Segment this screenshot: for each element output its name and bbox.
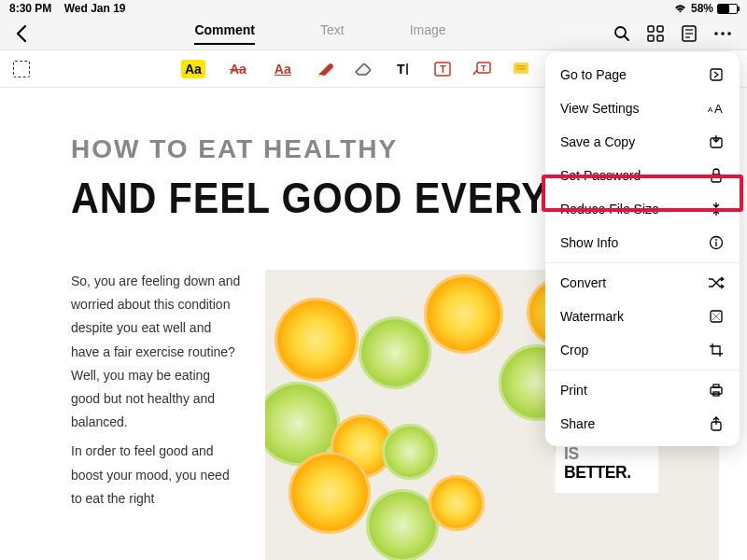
svg-rect-4 [648,35,654,41]
underline-tool[interactable]: Aa [271,60,295,78]
document-text-column: So, you are feeling down and worried abo… [71,270,243,560]
svg-text:A: A [714,102,723,115]
svg-text:T: T [440,63,446,75]
strikethrough-tool[interactable]: Aa [226,60,250,78]
more-options-menu: Go to Page View Settings AA Save a Copy … [545,52,740,446]
svg-text:T: T [481,63,486,73]
status-right: 58% [673,2,738,15]
menu-label: Reduce File Size [560,202,659,217]
status-time: 8:30 PM [9,2,51,15]
svg-rect-29 [712,175,721,182]
menu-set-password[interactable]: Set Password [545,159,740,192]
shuffle-icon [708,274,725,291]
menu-label: Share [560,416,595,431]
status-date: Wed Jan 19 [64,2,126,15]
svg-rect-36 [713,385,719,387]
tab-comment[interactable]: Comment [194,22,255,45]
back-button[interactable] [15,24,28,43]
info-icon [708,234,725,251]
highlight-tool[interactable]: Aa [181,60,205,78]
svg-rect-35 [711,387,722,394]
tab-image[interactable]: Image [410,22,446,45]
eraser-tool[interactable] [355,60,374,78]
document-paragraph-1: So, you are feeling down and worried abo… [71,270,243,434]
page-view-icon[interactable] [680,24,698,43]
battery-icon [717,4,738,14]
compress-icon [708,201,725,217]
svg-point-12 [727,32,731,35]
print-icon [708,382,725,399]
note-tool[interactable] [512,60,530,78]
menu-label: Watermark [560,309,624,324]
menu-reduce-file-size[interactable]: Reduce File Size [545,192,740,226]
marker-tool[interactable] [316,60,334,78]
document-paragraph-2: In order to feel good and boost your moo… [71,440,243,511]
menu-convert[interactable]: Convert [545,266,740,300]
menu-label: Show Info [560,235,618,250]
menu-label: Crop [560,343,588,357]
svg-point-10 [714,32,718,35]
menu-label: Set Password [560,168,641,183]
header-actions [613,24,732,43]
svg-line-1 [625,36,628,40]
svg-point-0 [615,27,626,37]
text-size-icon: AA [708,100,725,117]
grid-view-icon[interactable] [646,24,665,43]
menu-label: Go to Page [560,67,627,82]
menu-label: Save a Copy [560,134,635,149]
wifi-icon [673,4,687,14]
tab-text[interactable]: Text [320,22,345,45]
battery-pct: 58% [691,2,713,15]
menu-share[interactable]: Share [545,407,740,441]
header-tabs: Comment Text Image [28,22,613,45]
svg-rect-19 [514,63,529,74]
svg-rect-3 [657,26,663,32]
menu-divider [545,370,740,371]
more-options-icon[interactable] [713,24,732,43]
status-bar: 8:30 PM Wed Jan 19 58% [0,0,747,17]
watermark-icon [708,308,725,325]
menu-divider [545,262,740,263]
share-icon [708,415,725,432]
goto-icon [708,66,725,83]
svg-rect-2 [648,26,654,32]
text-box-tool[interactable]: T [433,60,452,78]
header-bar: Comment Text Image [0,17,747,50]
svg-point-32 [715,239,717,241]
menu-label: View Settings [560,101,640,116]
text-tool[interactable]: T [394,60,413,78]
menu-label: Convert [560,275,606,290]
menu-go-to-page[interactable]: Go to Page [545,58,740,91]
menu-label: Print [560,383,587,398]
menu-watermark[interactable]: Watermark [545,300,740,333]
svg-text:T: T [397,62,405,77]
menu-view-settings[interactable]: View Settings AA [545,91,740,125]
menu-save-copy[interactable]: Save a Copy [545,125,740,159]
svg-rect-5 [657,35,663,41]
menu-print[interactable]: Print [545,373,740,407]
svg-text:A: A [708,105,713,114]
svg-point-11 [721,32,725,35]
save-icon [708,133,725,150]
crop-icon [708,342,725,358]
callout-tool[interactable]: T [472,60,491,78]
search-icon[interactable] [613,24,631,43]
menu-crop[interactable]: Crop [545,333,740,367]
selection-tool[interactable] [13,61,30,77]
status-left: 8:30 PM Wed Jan 19 [9,2,126,15]
menu-show-info[interactable]: Show Info [545,226,740,259]
svg-rect-25 [711,69,722,80]
lock-icon [708,167,725,184]
